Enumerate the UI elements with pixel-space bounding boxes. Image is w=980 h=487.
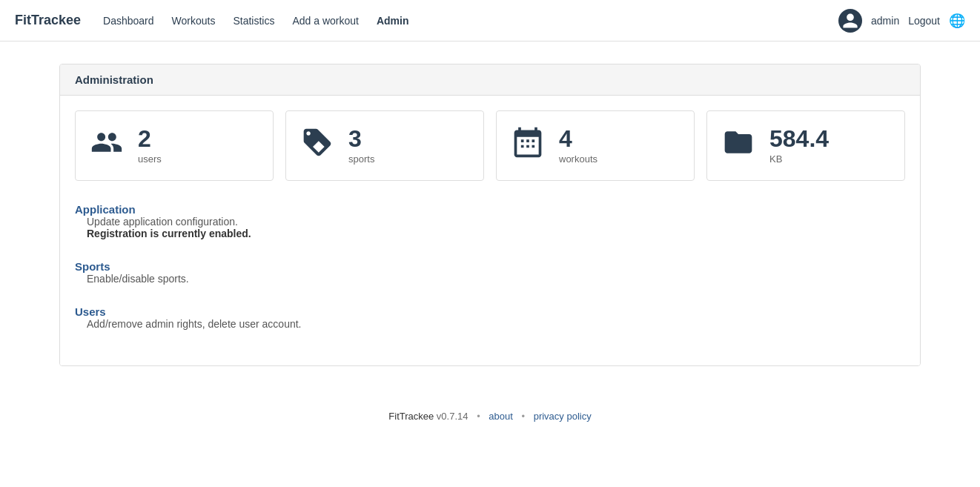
nav-links: Dashboard Workouts Statistics Add a work…	[103, 15, 838, 27]
storage-icon	[722, 126, 755, 165]
stat-card-storage: 584.4 KB	[706, 110, 905, 181]
admin-panel-header: Administration	[60, 64, 920, 96]
nav-statistics[interactable]: Statistics	[233, 15, 274, 27]
footer-dot2: •	[521, 411, 525, 422]
users-section: Users Add/remove admin rights, delete us…	[75, 305, 905, 330]
flag-icon: 🌐	[949, 13, 965, 29]
footer: FitTrackee v0.7.14 • about • privacy pol…	[0, 388, 980, 444]
sports-icon	[301, 126, 334, 165]
users-count: 2	[138, 127, 151, 150]
footer-privacy[interactable]: privacy policy	[534, 411, 592, 422]
nav-add-workout[interactable]: Add a workout	[292, 15, 359, 27]
sports-line1: Enable/disable sports.	[87, 273, 189, 285]
application-desc: Update application configuration. Regist…	[87, 216, 905, 239]
admin-panel-body: 2 users 3 sports	[60, 96, 920, 365]
stats-grid: 2 users 3 sports	[75, 110, 905, 181]
stat-info-users: 2 users	[138, 127, 162, 165]
stat-card-users: 2 users	[75, 110, 274, 181]
navbar-right: admin Logout 🌐	[838, 9, 965, 33]
workouts-icon	[511, 126, 544, 165]
users-label: users	[138, 153, 162, 165]
nav-dashboard[interactable]: Dashboard	[103, 15, 154, 27]
navbar-username[interactable]: admin	[871, 15, 899, 27]
footer-dot1: •	[477, 411, 480, 422]
stat-card-workouts: 4 workouts	[496, 110, 695, 181]
nav-workouts[interactable]: Workouts	[172, 15, 216, 27]
stat-info-storage: 584.4 KB	[769, 127, 829, 165]
application-section: Application Update application configura…	[75, 203, 905, 239]
storage-count: 584.4	[769, 127, 829, 150]
workouts-label: workouts	[559, 153, 597, 165]
sports-section: Sports Enable/disable sports.	[75, 260, 905, 285]
stat-info-workouts: 4 workouts	[559, 127, 597, 165]
stat-card-sports: 3 sports	[285, 110, 484, 181]
users-icon	[90, 126, 123, 165]
sports-desc: Enable/disable sports.	[87, 273, 905, 285]
navbar: FitTrackee Dashboard Workouts Statistics…	[0, 0, 980, 42]
sports-count: 3	[348, 127, 362, 150]
users-desc: Add/remove admin rights, delete user acc…	[87, 318, 905, 330]
admin-title: Administration	[75, 73, 153, 86]
application-line1: Update application configuration.	[87, 216, 238, 228]
footer-brand: FitTrackee	[388, 411, 434, 422]
footer-version: v0.7.14	[437, 411, 469, 422]
application-link[interactable]: Application	[75, 203, 136, 216]
stat-info-sports: 3 sports	[348, 127, 374, 165]
workouts-count: 4	[559, 127, 572, 150]
sports-link[interactable]: Sports	[75, 260, 110, 273]
admin-panel: Administration 2 users	[59, 64, 921, 366]
users-line1: Add/remove admin rights, delete user acc…	[87, 318, 302, 330]
sports-label: sports	[348, 153, 374, 165]
nav-admin[interactable]: Admin	[377, 15, 409, 27]
brand-logo[interactable]: FitTrackee	[15, 13, 81, 28]
avatar-icon	[838, 9, 862, 33]
users-link[interactable]: Users	[75, 305, 106, 318]
main-content: Administration 2 users	[0, 42, 980, 388]
storage-label: KB	[769, 153, 782, 165]
footer-about[interactable]: about	[489, 411, 513, 422]
application-line2: Registration is currently enabled.	[87, 228, 251, 239]
logout-link[interactable]: Logout	[908, 15, 940, 27]
